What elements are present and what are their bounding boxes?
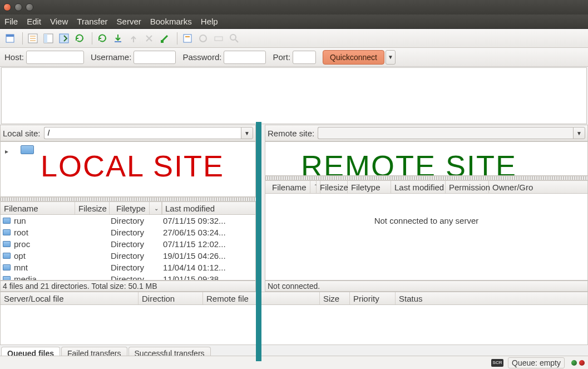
toggle-log-button[interactable] xyxy=(26,32,39,45)
col-filetype-r[interactable]: Filetype xyxy=(348,181,391,193)
local-site-overlay-label: LOCAL SITE xyxy=(41,149,224,183)
local-file-list[interactable]: runDirectory07/11/15 09:32...rootDirecto… xyxy=(0,215,256,281)
remote-path-dropdown[interactable]: ▼ xyxy=(573,127,585,139)
username-label: Username: xyxy=(91,52,131,62)
table-row[interactable]: rootDirectory27/06/15 03:24... xyxy=(1,227,255,238)
cell-filetype: Directory xyxy=(107,239,160,249)
refresh-button[interactable] xyxy=(73,32,86,45)
username-input[interactable] xyxy=(134,51,176,64)
toggle-tree-button[interactable] xyxy=(42,32,55,45)
svg-rect-7 xyxy=(44,34,47,43)
local-path-dropdown[interactable]: ▼ xyxy=(241,127,253,139)
col-filename[interactable]: Filename xyxy=(1,202,75,214)
folder-icon xyxy=(21,145,33,155)
maximize-window-button[interactable] xyxy=(26,3,33,11)
cell-filename: opt xyxy=(11,251,73,260)
download-button[interactable] xyxy=(111,32,125,45)
activity-led-upload-icon xyxy=(579,360,585,366)
menu-file[interactable]: File xyxy=(4,17,18,26)
svg-rect-1 xyxy=(6,35,14,37)
svg-point-13 xyxy=(200,35,206,42)
col-remote-file[interactable]: Remote file xyxy=(203,292,320,304)
message-log[interactable] xyxy=(1,67,587,124)
col-server-local[interactable]: Server/Local file xyxy=(1,292,139,304)
col-filename-r[interactable]: Filenameˆ xyxy=(265,181,317,193)
remote-list-header[interactable]: Filenameˆ Filesize Filetype Last modifie… xyxy=(265,180,588,194)
status-bar: SCR Queue: empty xyxy=(0,356,588,369)
toolbar xyxy=(0,29,588,48)
local-path-input[interactable] xyxy=(44,127,241,139)
port-label: Port: xyxy=(273,52,290,62)
table-row[interactable]: procDirectory07/11/15 12:02... xyxy=(1,238,255,250)
host-input[interactable] xyxy=(26,51,84,64)
menu-view[interactable]: View xyxy=(50,17,68,26)
cell-lastmod: 27/06/15 03:24... xyxy=(160,228,255,237)
toggle-queue-button[interactable] xyxy=(57,32,71,45)
cell-filename: mnt xyxy=(11,263,73,272)
cell-filetype: Directory xyxy=(107,251,160,260)
menu-transfer[interactable]: Transfer xyxy=(77,17,107,26)
remote-path-input[interactable] xyxy=(318,127,573,139)
local-tree[interactable]: ▸ LOCAL SITE xyxy=(0,141,256,197)
cell-filename: run xyxy=(11,216,73,225)
table-row[interactable]: mediaDirectory11/01/15 09:38... xyxy=(1,273,255,281)
cell-lastmod: 11/01/15 09:38... xyxy=(160,274,255,281)
col-direction[interactable]: Direction xyxy=(139,292,203,304)
password-input[interactable] xyxy=(224,51,266,64)
menu-help[interactable]: Help xyxy=(201,17,218,26)
transfer-header[interactable]: Server/Local file Direction Remote file … xyxy=(0,292,588,305)
horizontal-splitter-remote[interactable] xyxy=(265,176,588,180)
table-row[interactable]: optDirectory19/01/15 04:26... xyxy=(1,250,255,262)
port-input[interactable] xyxy=(293,51,316,64)
svg-rect-10 xyxy=(161,40,164,43)
local-site-label: Local site: xyxy=(3,129,41,138)
vertical-splitter[interactable] xyxy=(256,122,261,361)
table-row[interactable]: runDirectory07/11/15 09:32... xyxy=(1,215,255,227)
menu-server[interactable]: Server xyxy=(117,17,141,26)
svg-rect-12 xyxy=(185,36,190,37)
col-priority[interactable]: Priority xyxy=(350,292,396,304)
col-owner-r[interactable]: Owner/Gro xyxy=(489,181,587,193)
cell-lastmod: 07/11/15 09:32... xyxy=(160,216,255,225)
transfer-queue-body[interactable] xyxy=(0,305,588,345)
col-lastmod[interactable]: Last modified xyxy=(162,202,255,214)
local-list-header[interactable]: Filename Filesize Filetype⌄ Last modifie… xyxy=(0,201,256,215)
sync-browse-button[interactable] xyxy=(212,32,225,45)
col-permission-r[interactable]: Permission xyxy=(446,181,489,193)
horizontal-splitter-local[interactable] xyxy=(0,197,256,201)
cell-filetype: Directory xyxy=(107,228,160,237)
col-filetype[interactable]: Filetype⌄ xyxy=(110,202,162,214)
quickconnect-button[interactable]: Quickconnect xyxy=(323,50,384,65)
menu-edit[interactable]: Edit xyxy=(27,17,41,26)
process-queue-button[interactable] xyxy=(96,32,109,45)
local-status: 4 files and 21 directories. Total size: … xyxy=(0,281,256,292)
filter-button[interactable] xyxy=(181,32,194,45)
remote-file-list[interactable]: Not connected to any server xyxy=(265,194,588,281)
remote-tree[interactable]: REMOTE SITE xyxy=(265,141,588,176)
cancel-button[interactable] xyxy=(142,32,156,45)
folder-icon xyxy=(3,229,11,235)
minimize-window-button[interactable] xyxy=(14,3,22,11)
svg-point-15 xyxy=(230,35,236,40)
cell-filetype: Directory xyxy=(107,263,160,272)
activity-led-download-icon xyxy=(571,360,577,366)
menu-bookmarks[interactable]: Bookmarks xyxy=(150,17,192,26)
folder-icon xyxy=(3,276,11,281)
col-filesize[interactable]: Filesize xyxy=(75,202,110,214)
compare-button[interactable] xyxy=(196,32,210,45)
search-button[interactable] xyxy=(228,32,241,45)
quickconnect-dropdown[interactable]: ▼ xyxy=(386,50,396,65)
site-manager-button[interactable] xyxy=(3,32,17,45)
tree-expander-icon[interactable]: ▸ xyxy=(5,147,8,155)
col-status[interactable]: Status xyxy=(396,292,587,304)
col-size[interactable]: Size xyxy=(320,292,350,304)
host-label: Host: xyxy=(4,52,24,62)
table-row[interactable]: mntDirectory11/04/14 01:12... xyxy=(1,262,255,273)
close-window-button[interactable] xyxy=(3,3,11,11)
cell-lastmod: 11/04/14 01:12... xyxy=(160,263,255,272)
disconnect-button[interactable] xyxy=(158,32,171,45)
upload-button[interactable] xyxy=(127,32,140,45)
col-lastmod-r[interactable]: Last modified xyxy=(391,181,446,193)
col-filesize-r[interactable]: Filesize xyxy=(317,181,348,193)
menu-bar: File Edit View Transfer Server Bookmarks… xyxy=(0,14,588,29)
